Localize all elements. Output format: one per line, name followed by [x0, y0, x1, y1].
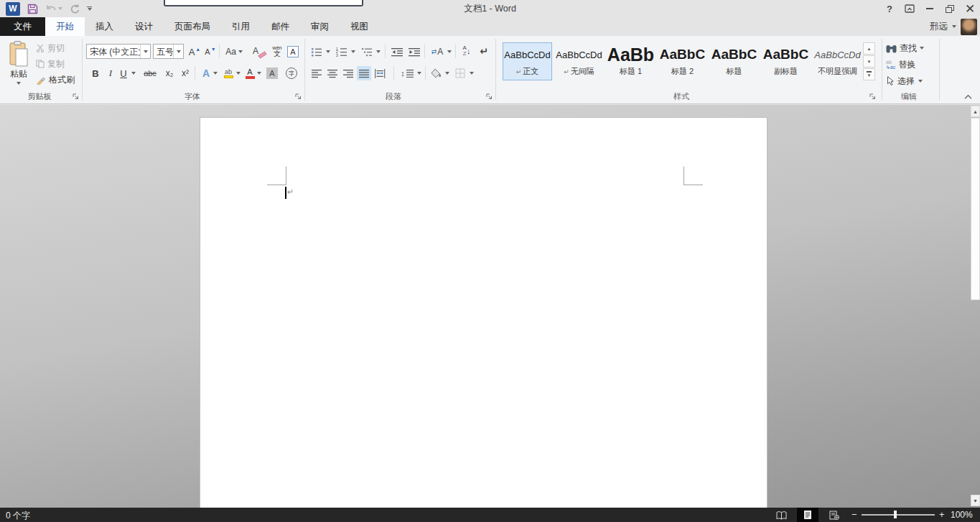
popup-window-edge[interactable] — [164, 0, 363, 6]
copy-button[interactable]: 复制 — [36, 57, 80, 70]
web-layout-button[interactable] — [824, 508, 844, 522]
collapse-ribbon-icon[interactable] — [961, 92, 975, 102]
undo-icon[interactable] — [45, 1, 57, 16]
bold-button[interactable]: B — [89, 66, 102, 80]
paragraph-dialog-launcher-icon[interactable] — [485, 93, 493, 101]
tab-home[interactable]: 开始 — [45, 17, 85, 36]
increase-indent-button[interactable] — [406, 45, 422, 59]
numbering-dropdown-icon[interactable] — [350, 45, 357, 59]
tab-insert[interactable]: 插入 — [85, 17, 124, 36]
customize-qat-icon[interactable] — [87, 1, 92, 16]
shading-dropdown-icon[interactable] — [444, 66, 451, 80]
highlight-button[interactable]: ab — [221, 66, 235, 80]
multilevel-list-button[interactable] — [360, 45, 374, 59]
zoom-out-button[interactable]: − — [851, 509, 857, 520]
styles-gallery-down-icon[interactable]: ▼ — [863, 55, 875, 67]
save-icon[interactable] — [27, 1, 38, 16]
underline-dropdown-icon[interactable] — [130, 66, 137, 80]
clipboard-dialog-launcher-icon[interactable] — [72, 93, 80, 101]
minimize-button[interactable] — [920, 1, 940, 17]
font-name-combo[interactable]: 宋体 (中文正文 — [86, 44, 151, 59]
borders-dropdown-icon[interactable] — [468, 66, 475, 80]
style-card-no-spacing[interactable]: AaBbCcDd ↵无间隔 — [554, 42, 604, 80]
sort-button[interactable]: A Z ↓ — [458, 43, 475, 59]
style-card-heading2[interactable]: AaBbC 标题 2 — [658, 42, 707, 80]
subscript-button[interactable]: x₂ — [162, 66, 177, 80]
paste-button[interactable]: 粘贴 — [4, 39, 33, 86]
help-button[interactable]: ? — [879, 1, 900, 17]
justify-button[interactable] — [357, 66, 371, 80]
tab-view[interactable]: 视图 — [340, 17, 379, 36]
shrink-font-button[interactable]: A▼ — [203, 45, 218, 59]
align-right-button[interactable] — [341, 66, 355, 80]
distribute-button[interactable] — [373, 66, 387, 80]
replace-button[interactable]: ab↳ac 替换 — [886, 58, 933, 71]
print-layout-button[interactable] — [797, 508, 818, 522]
shading-button[interactable] — [429, 66, 444, 80]
redo-icon[interactable] — [70, 1, 80, 16]
tab-review[interactable]: 审阅 — [300, 17, 340, 36]
word-app-icon[interactable]: W — [6, 2, 20, 16]
tab-references[interactable]: 引用 — [221, 17, 261, 36]
underline-button[interactable]: U — [118, 66, 129, 80]
zoom-slider-track[interactable] — [862, 514, 935, 516]
style-card-normal[interactable]: AaBbCcDd ↵正文 — [503, 42, 552, 80]
change-case-button[interactable]: Aa — [223, 45, 246, 59]
align-center-button[interactable] — [325, 66, 340, 80]
enclose-characters-button[interactable]: 字 — [284, 66, 299, 80]
bullets-button[interactable] — [309, 45, 324, 59]
styles-dialog-launcher-icon[interactable] — [869, 93, 877, 101]
superscript-button[interactable]: x² — [178, 66, 192, 80]
select-button[interactable]: 选择 — [886, 75, 933, 88]
line-spacing-button[interactable]: ↕ — [398, 66, 416, 80]
asian-layout-button[interactable]: ⇄ A — [428, 45, 447, 59]
decrease-indent-button[interactable] — [389, 45, 405, 59]
line-spacing-dropdown-icon[interactable] — [416, 66, 423, 80]
borders-button[interactable] — [452, 66, 468, 80]
word-count[interactable]: 0 个字 — [6, 510, 30, 522]
clear-formatting-button[interactable]: A — [251, 45, 267, 59]
tab-mailings[interactable]: 邮件 — [261, 17, 300, 36]
zoom-slider-handle[interactable] — [894, 511, 897, 518]
tab-design[interactable]: 设计 — [124, 17, 164, 36]
scroll-up-icon[interactable]: ▲ — [971, 106, 980, 117]
format-painter-button[interactable]: 格式刷 — [36, 73, 83, 86]
restore-button[interactable] — [940, 1, 960, 17]
font-color-dropdown-icon[interactable] — [256, 66, 263, 80]
font-name-dropdown-icon[interactable] — [140, 45, 150, 58]
styles-gallery-up-icon[interactable]: ▲ — [863, 42, 875, 55]
styles-gallery-more-icon[interactable]: ▼ — [863, 68, 875, 80]
text-effects-dropdown-icon[interactable] — [212, 66, 219, 80]
character-border-button[interactable]: A — [286, 45, 300, 59]
character-shading-button[interactable]: A — [265, 66, 279, 80]
scrollbar-thumb[interactable] — [971, 118, 980, 300]
style-card-subtitle[interactable]: AaBbC 副标题 — [761, 42, 811, 80]
text-effects-button[interactable]: A — [199, 66, 213, 80]
font-size-dropdown-icon[interactable] — [173, 45, 183, 58]
align-left-button[interactable] — [309, 66, 324, 80]
read-mode-button[interactable] — [771, 508, 791, 522]
cut-button[interactable]: 剪切 — [36, 42, 80, 55]
grow-font-button[interactable]: A▲ — [187, 45, 202, 59]
style-card-subtle-emphasis[interactable]: AaBbCcDd 不明显强调 — [813, 42, 862, 80]
font-size-combo[interactable]: 五号 — [153, 44, 184, 59]
font-dialog-launcher-icon[interactable] — [294, 93, 302, 101]
scroll-down-icon[interactable]: ▼ — [971, 495, 980, 506]
multilevel-list-dropdown-icon[interactable] — [375, 45, 382, 59]
strikethrough-button[interactable]: abc — [141, 66, 159, 80]
zoom-level[interactable]: 100% — [951, 510, 973, 520]
close-button[interactable]: ✕ — [960, 1, 980, 17]
show-hide-marks-button[interactable]: ↵ — [477, 43, 491, 59]
document-page[interactable]: ↵ — [200, 117, 767, 508]
tab-page-layout[interactable]: 页面布局 — [164, 17, 221, 36]
zoom-in-button[interactable]: + — [939, 509, 945, 520]
style-card-heading1[interactable]: AaBb 标题 1 — [606, 42, 655, 80]
account-chip[interactable]: 邢远 — [930, 18, 977, 35]
phonetic-guide-button[interactable]: wén文 — [270, 43, 284, 59]
vertical-scrollbar[interactable]: ▲ ▼ — [971, 105, 980, 508]
find-button[interactable]: 查找 — [886, 42, 933, 55]
numbering-button[interactable]: 123 — [335, 45, 349, 59]
ribbon-display-options-button[interactable] — [900, 1, 920, 17]
highlight-dropdown-icon[interactable] — [235, 66, 242, 80]
bullets-dropdown-icon[interactable] — [325, 45, 332, 59]
